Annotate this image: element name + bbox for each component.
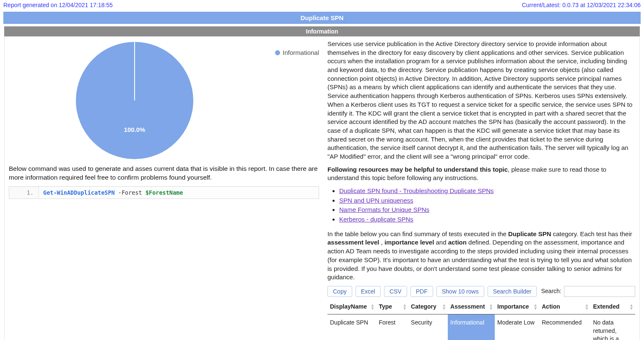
code-block: 1. Get-WinADDuplicateSPN -Forest $Forest… bbox=[9, 186, 319, 199]
report-generated-label: Report generated on 12/04/2021 17:18:55 bbox=[3, 2, 113, 8]
version-label: Current/Latest: 0.0.73 at 12/03/2021 22:… bbox=[522, 2, 641, 8]
resource-links: Duplicate SPN found - Troubleshooting Du… bbox=[339, 187, 635, 224]
information-subtitle: Information bbox=[4, 26, 640, 36]
chart-legend: Informational bbox=[275, 49, 319, 56]
cell-assessment: Informational bbox=[448, 314, 495, 340]
cell-action: Recommended bbox=[539, 314, 590, 340]
legend-label: Informational bbox=[283, 49, 319, 56]
legend-dot-icon bbox=[275, 50, 280, 55]
col-type[interactable]: Type▲▼ bbox=[376, 299, 408, 314]
code-cmdlet: Get-WinADDuplicateSPN bbox=[43, 189, 115, 196]
section-title: Duplicate SPN bbox=[3, 12, 641, 24]
csv-button[interactable]: CSV bbox=[384, 286, 407, 297]
sort-icon: ▲▼ bbox=[402, 304, 407, 310]
resources-intro: Following resources may be helpful to un… bbox=[327, 165, 635, 183]
sort-icon: ▲▼ bbox=[533, 304, 538, 310]
copy-button[interactable]: Copy bbox=[327, 286, 352, 297]
show-rows-button[interactable]: Show 10 rows bbox=[436, 286, 484, 297]
excel-button[interactable]: Excel bbox=[356, 286, 381, 297]
sort-icon: ▲▼ bbox=[442, 304, 446, 310]
resource-link[interactable]: Duplicate SPN found - Troubleshooting Du… bbox=[339, 187, 494, 194]
sort-icon: ▲▼ bbox=[629, 304, 634, 310]
command-note: Below command was used to generate and a… bbox=[9, 165, 319, 182]
resource-link[interactable]: Kerberos - duplicate SPNs bbox=[339, 216, 413, 223]
description-paragraph: Services use service publication in the … bbox=[327, 40, 635, 161]
col-category[interactable]: Category▲▼ bbox=[408, 299, 448, 314]
code-param: -Forest bbox=[118, 189, 142, 196]
sort-icon: ▲▼ bbox=[489, 304, 493, 310]
cell-importance: Moderate Low bbox=[495, 314, 539, 340]
col-importance[interactable]: Importance▲▼ bbox=[495, 299, 539, 314]
code-line-number: 1. bbox=[9, 187, 39, 198]
col-extended[interactable]: Extended▲▼ bbox=[591, 299, 636, 314]
search-label: Search: bbox=[541, 287, 561, 295]
resource-link[interactable]: Name Formats for Unique SPNs bbox=[339, 206, 429, 213]
sort-icon: ▲▼ bbox=[585, 304, 589, 310]
col-action[interactable]: Action▲▼ bbox=[539, 299, 590, 314]
cell-extended: No data returned, which is a good thing bbox=[591, 314, 636, 340]
table-row: Duplicate SPN Forest Security Informatio… bbox=[327, 314, 635, 340]
cell-displayname: Duplicate SPN bbox=[327, 314, 376, 340]
summary-paragraph: In the table below you can find summary … bbox=[327, 230, 635, 282]
col-displayname[interactable]: DisplayName▲▼ bbox=[327, 299, 376, 314]
pdf-button[interactable]: PDF bbox=[410, 286, 433, 297]
sort-icon: ▲▼ bbox=[371, 304, 375, 310]
cell-type: Forest bbox=[376, 314, 408, 340]
search-builder-button[interactable]: Search Builder bbox=[488, 286, 537, 297]
cell-category: Security bbox=[408, 314, 448, 340]
pie-center-label: 100.0% bbox=[124, 126, 145, 133]
code-variable: $ForestName bbox=[145, 189, 183, 196]
summary-table: DisplayName▲▼ Type▲▼ Category▲▼ Assessme… bbox=[327, 299, 635, 340]
search-input[interactable] bbox=[564, 286, 635, 297]
pie-chart: 100.0% Informational bbox=[9, 40, 319, 161]
resource-link[interactable]: SPN and UPN uniqueness bbox=[339, 197, 413, 204]
col-assessment[interactable]: Assessment▲▼ bbox=[448, 299, 495, 314]
